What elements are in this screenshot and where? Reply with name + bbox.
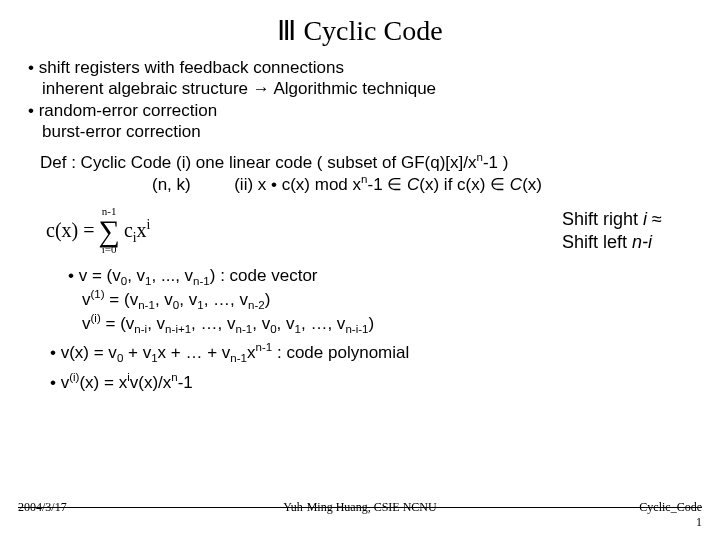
intro-l1: • shift registers with feedback connecti… xyxy=(28,57,692,78)
footer-date: 2004/3/17 xyxy=(18,500,138,530)
intro-l4: burst-error correction xyxy=(28,121,692,142)
formula-row: c(x) = n-1 ∑ i=0 cixi Shift right i ≈ Sh… xyxy=(28,206,692,255)
footer-author: Yuh-Ming Huang, CSIE NCNU xyxy=(138,500,582,530)
poly-def: • v(x) = v0 + v1x + … + vn-1xn-1 : code … xyxy=(28,342,692,364)
footer: 2004/3/17 Yuh-Ming Huang, CSIE NCNU Cycl… xyxy=(18,500,702,530)
poly-shift: • v(i)(x) = xiv(x)/xn-1 xyxy=(28,372,692,394)
summation-formula: c(x) = n-1 ∑ i=0 cixi xyxy=(28,206,150,255)
slide-title: Ⅲ Cyclic Code xyxy=(28,14,692,47)
intro-l3: • random-error correction xyxy=(28,100,692,121)
footer-right: Cyclic_Code1 xyxy=(582,500,702,530)
shift-note: Shift right i ≈ Shift left n-i xyxy=(562,208,692,253)
definition-block: Def : Cyclic Code (i) one linear code ( … xyxy=(40,152,692,196)
intro-block: • shift registers with feedback connecti… xyxy=(28,57,692,142)
def-line1: Def : Cyclic Code (i) one linear code ( … xyxy=(40,152,692,174)
sigma-icon: n-1 ∑ i=0 xyxy=(98,206,119,255)
vec-shifti: v(i) = (vn-i, vn-i+1, …, vn-1, v0, v1, …… xyxy=(28,313,692,335)
page-number: 1 xyxy=(672,515,702,530)
def-line2: (n, k) (ii) x • c(x) mod xn-1 ∈ C(x) if … xyxy=(40,174,692,196)
footer-topic: Cyclic_Code xyxy=(639,500,702,514)
vec-shift1: v(1) = (vn-1, v0, v1, …, vn-2) xyxy=(28,289,692,311)
intro-l2: inherent algebraic structure → Algorithm… xyxy=(28,78,692,99)
vec-def: • v = (v0, v1, ..., vn-1) : code vector xyxy=(28,265,692,287)
body-bullets: • v = (v0, v1, ..., vn-1) : code vector … xyxy=(28,265,692,394)
